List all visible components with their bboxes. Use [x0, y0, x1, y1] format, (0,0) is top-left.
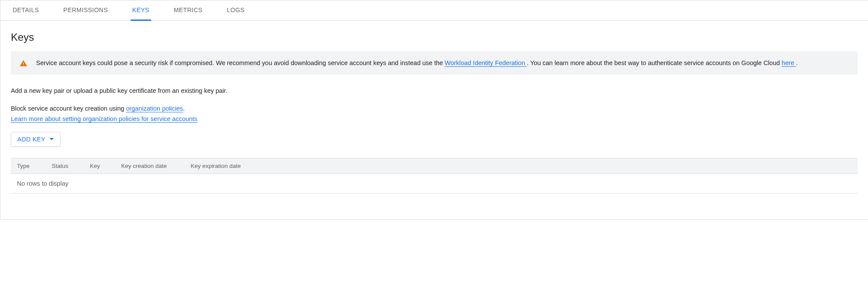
- warning-text-part2: . You can learn more about the best way …: [527, 59, 782, 66]
- warning-text-part1: Service account keys could pose a securi…: [36, 59, 445, 66]
- warning-icon: [20, 59, 27, 67]
- warning-banner: Service account keys could pose a securi…: [11, 51, 858, 75]
- add-key-label: ADD KEY: [17, 136, 45, 143]
- tab-metrics[interactable]: METRICS: [172, 0, 205, 21]
- th-type: Type: [17, 163, 40, 169]
- page-title: Keys: [11, 31, 858, 43]
- organization-policies-link[interactable]: organization policies: [126, 105, 183, 112]
- table-empty-row: No rows to display: [11, 174, 858, 193]
- dropdown-icon: [50, 138, 54, 140]
- workload-identity-federation-link[interactable]: Workload Identity Federation: [445, 59, 527, 67]
- content-area: Keys Service account keys could pose a s…: [0, 21, 868, 204]
- desc-line1: Add a new key pair or upload a public ke…: [11, 86, 858, 95]
- th-status: Status: [52, 163, 78, 169]
- keys-table: Type Status Key Key creation date Key ex…: [11, 158, 858, 193]
- add-key-button[interactable]: ADD KEY: [11, 132, 60, 147]
- warning-text-part3: .: [796, 59, 798, 66]
- desc-line2-before: Block service account key creation using: [11, 105, 126, 112]
- th-created: Key creation date: [121, 163, 178, 169]
- tabs-bar: DETAILS PERMISSIONS KEYS METRICS LOGS: [0, 0, 868, 21]
- warning-text: Service account keys could pose a securi…: [36, 58, 798, 68]
- tab-keys[interactable]: KEYS: [131, 0, 151, 21]
- description-block: Add a new key pair or upload a public ke…: [11, 86, 858, 95]
- policies-block: Block service account key creation using…: [11, 104, 858, 124]
- tab-logs[interactable]: LOGS: [225, 0, 246, 21]
- page-container: DETAILS PERMISSIONS KEYS METRICS LOGS Ke…: [0, 0, 868, 220]
- learn-more-org-policies-link[interactable]: Learn more about setting organization po…: [11, 115, 198, 123]
- table-header: Type Status Key Key creation date Key ex…: [11, 158, 858, 174]
- th-expires: Key expiration date: [191, 163, 256, 169]
- tab-details[interactable]: DETAILS: [11, 0, 41, 21]
- th-key: Key: [90, 163, 109, 169]
- tab-permissions[interactable]: PERMISSIONS: [62, 0, 110, 21]
- learn-more-here-link[interactable]: here: [782, 59, 796, 67]
- desc-line2-after: .: [183, 105, 185, 112]
